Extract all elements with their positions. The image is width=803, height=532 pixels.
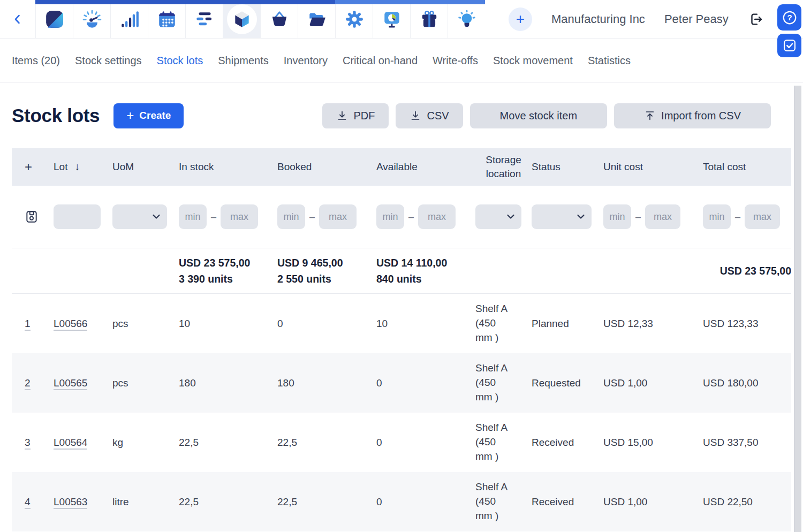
tab-items[interactable]: Items (20) <box>12 55 60 67</box>
table-row: 2 L00565 pcs 180 180 0 Shelf A (450 mm )… <box>12 353 791 413</box>
cell-booked: 22,5 <box>277 496 376 508</box>
status-filter-select[interactable] <box>532 204 592 229</box>
app-icon-production-plan[interactable] <box>185 0 223 38</box>
app-icon-stock[interactable] <box>223 0 260 38</box>
basket-icon <box>269 9 290 29</box>
row-number-link[interactable]: 4 <box>25 496 31 509</box>
csv-button[interactable]: CSV <box>396 103 463 128</box>
unit-cost-min-input[interactable] <box>603 204 631 229</box>
user-name[interactable]: Peter Peasy <box>664 12 729 26</box>
total-cost-max-input[interactable] <box>745 204 780 229</box>
cell-status: Requested <box>532 377 603 389</box>
app-icon-logo[interactable] <box>35 0 73 38</box>
pdf-button[interactable]: PDF <box>322 103 389 128</box>
logout-icon <box>748 11 764 27</box>
cell-uom: kg <box>112 437 179 449</box>
column-in-stock[interactable]: In stock <box>179 161 277 173</box>
svg-text:?: ? <box>787 13 792 22</box>
lot-link[interactable]: L00564 <box>54 437 87 450</box>
tab-write-offs[interactable]: Write-offs <box>433 55 478 67</box>
lot-link[interactable]: L00563 <box>54 496 87 509</box>
cell-storage-location: Shelf A (450 mm ) <box>475 421 512 464</box>
logo-icon <box>44 9 65 29</box>
tasks-button[interactable] <box>777 34 801 57</box>
uom-filter-select[interactable] <box>112 204 167 229</box>
presentation-icon <box>382 9 402 29</box>
cell-unit-cost: USD 1,00 <box>603 496 703 508</box>
cell-available: 0 <box>376 377 475 389</box>
help-button[interactable]: ? <box>777 4 801 31</box>
column-booked[interactable]: Booked <box>277 161 376 173</box>
app-icon-documents[interactable] <box>298 0 335 38</box>
add-column-button[interactable]: + <box>12 159 54 174</box>
column-storage-location[interactable]: Storage location <box>475 153 532 180</box>
plus-icon: + <box>126 108 134 123</box>
row-number-link[interactable]: 1 <box>25 318 31 331</box>
app-icon-demo[interactable] <box>373 0 410 38</box>
company-name[interactable]: Manufacturing Inc <box>551 12 645 26</box>
tab-shipments[interactable]: Shipments <box>218 55 269 67</box>
cell-total-cost: USD 180,00 <box>703 377 791 389</box>
cell-total-cost: USD 337,50 <box>703 437 791 449</box>
tab-stock-settings[interactable]: Stock settings <box>75 55 142 67</box>
available-max-input[interactable] <box>418 204 456 229</box>
tab-statistics[interactable]: Statistics <box>588 55 631 67</box>
app-icon-statistics[interactable] <box>110 0 148 38</box>
app-icon-calendar[interactable] <box>148 0 185 38</box>
chevron-down-icon <box>506 214 515 220</box>
tab-inventory[interactable]: Inventory <box>284 55 328 67</box>
cell-in-stock: 10 <box>179 318 277 330</box>
folder-icon <box>307 9 327 29</box>
quick-add-button[interactable]: + <box>509 7 532 31</box>
booked-max-input[interactable] <box>319 204 357 229</box>
app-icon-settings[interactable] <box>335 0 373 38</box>
tab-stock-movement[interactable]: Stock movement <box>493 55 573 67</box>
column-unit-cost[interactable]: Unit cost <box>603 161 703 173</box>
column-lot[interactable]: Lot ↓ <box>54 161 112 173</box>
cell-available: 0 <box>376 496 475 508</box>
page-toolbar: Stock lots + Create PDF CSV Move stock i… <box>12 83 771 148</box>
stock-cube-icon <box>227 4 257 34</box>
floppy-disk-icon <box>25 210 39 224</box>
total-cost-min-input[interactable] <box>703 204 731 229</box>
move-stock-item-button[interactable]: Move stock item <box>470 103 607 128</box>
storage-filter-select[interactable] <box>475 204 521 229</box>
app-icon-dashboard[interactable] <box>73 0 110 38</box>
column-uom[interactable]: UoM <box>112 161 179 173</box>
row-number-link[interactable]: 3 <box>25 437 31 450</box>
app-icon-tips[interactable] <box>448 0 485 38</box>
row-number-link[interactable]: 2 <box>25 377 31 390</box>
import-from-csv-button[interactable]: Import from CSV <box>614 103 771 128</box>
vertical-scrollbar[interactable] <box>794 86 801 532</box>
cell-in-stock: 180 <box>179 377 277 389</box>
gear-icon <box>344 9 365 29</box>
tab-stock-lots[interactable]: Stock lots <box>157 55 203 67</box>
tab-critical-on-hand[interactable]: Critical on-hand <box>343 55 418 67</box>
logout-button[interactable] <box>748 11 764 27</box>
chevron-down-icon <box>152 214 161 220</box>
collapse-sidebar-button[interactable] <box>0 0 35 38</box>
lot-filter-input[interactable] <box>54 204 101 229</box>
summary-available: USD 14 110,00 840 units <box>376 255 475 287</box>
app-icon-procurement[interactable] <box>260 0 298 38</box>
column-status[interactable]: Status <box>532 161 603 173</box>
in-stock-min-input[interactable] <box>179 204 207 229</box>
table-row: 4 L00563 litre 22,5 22,5 0 Shelf A (450 … <box>12 472 791 531</box>
summary-row: USD 23 575,00 3 390 units USD 9 465,00 2… <box>12 248 791 294</box>
lot-link[interactable]: L00566 <box>54 318 87 331</box>
cell-status: Received <box>532 437 603 449</box>
table-row: 3 L00564 kg 22,5 22,5 0 Shelf A (450 mm … <box>12 413 791 472</box>
booked-min-input[interactable] <box>277 204 305 229</box>
column-available[interactable]: Available <box>376 161 475 173</box>
create-button[interactable]: + Create <box>113 103 184 128</box>
available-min-input[interactable] <box>376 204 404 229</box>
cell-total-cost: USD 123,33 <box>703 318 791 330</box>
app-icon-referral[interactable] <box>410 0 448 38</box>
cell-in-stock: 22,5 <box>179 437 277 449</box>
unit-cost-max-input[interactable] <box>645 204 680 229</box>
bar-chart-icon <box>119 9 140 29</box>
in-stock-max-input[interactable] <box>221 204 258 229</box>
column-total-cost[interactable]: Total cost <box>703 161 791 173</box>
lot-link[interactable]: L00565 <box>54 377 87 390</box>
save-filter-button[interactable] <box>25 210 54 224</box>
